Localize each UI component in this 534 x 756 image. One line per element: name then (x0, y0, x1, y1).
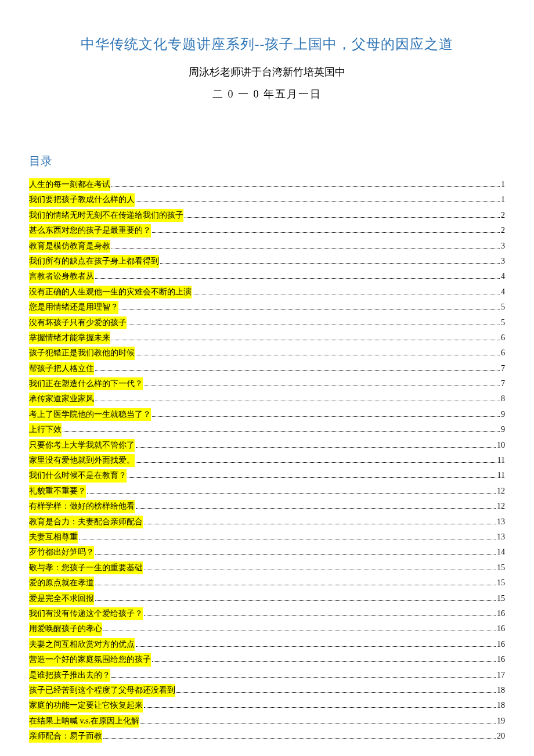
toc-entry[interactable]: 亲师配合：易子而教20 (29, 730, 505, 743)
toc-entry[interactable]: 我们什么时候不是在教育？11 (29, 469, 505, 482)
toc-entry-label: 您是用情绪还是用理智？ (29, 301, 118, 314)
toc-entry[interactable]: 您是用情绪还是用理智？5 (29, 301, 505, 314)
toc-leader (95, 585, 496, 585)
toc-entry[interactable]: 夫妻互相尊重13 (29, 531, 505, 543)
toc-entry-page: 17 (497, 669, 505, 682)
toc-entry-label: 教育是模仿教育是身教 (29, 240, 110, 253)
toc-entry-page: 15 (497, 561, 505, 574)
toc-entry-page: 16 (497, 653, 505, 666)
toc-entry[interactable]: 我们有没有传递这个爱给孩子？16 (29, 607, 505, 620)
toc-entry[interactable]: 言教者讼身教者从4 (29, 270, 505, 283)
toc-leader (144, 570, 496, 570)
toc-leader (103, 631, 496, 631)
toc-entry[interactable]: 我们的情绪无时无刻不在传递给我们的孩子2 (29, 209, 505, 222)
toc-leader (87, 493, 496, 494)
toc-entry-label: 家里没有爱他就到外面找爱。 (29, 454, 135, 467)
toc-leader (111, 340, 500, 340)
toc-entry[interactable]: 歹竹都出好笋吗？14 (29, 546, 505, 559)
document-subtitle: 周泳杉老师讲于台湾新竹培英国中 (29, 65, 505, 79)
toc-entry-label: 我们正在塑造什么样的下一代？ (29, 377, 143, 390)
toc-entry-label: 夫妻之间互相欣赏对方的优点 (29, 638, 135, 651)
toc-leader (144, 386, 500, 386)
toc-entry[interactable]: 在结果上呐喊 v.s.在原因上化解19 (29, 715, 505, 728)
toc-leader (79, 539, 496, 539)
toc-entry[interactable]: 家庭的功能一定要让它恢复起来18 (29, 699, 505, 712)
toc-entry-page: 4 (501, 286, 505, 298)
toc-entry-page: 10 (497, 439, 505, 452)
toc-entry-label: 掌握情绪才能掌握未来 (29, 332, 110, 344)
toc-entry[interactable]: 敬与孝：您孩子一生的重要基础15 (29, 561, 505, 574)
toc-entry[interactable]: 没有正确的人生观他一生的灾难会不断的上演4 (29, 286, 505, 298)
toc-leader (111, 186, 500, 187)
toc-entry-page: 1 (501, 193, 505, 206)
toc-heading: 目录 (29, 153, 505, 169)
toc-entry-page: 15 (497, 592, 505, 605)
toc-entry-label: 孩子犯错正是我们教他的时候 (29, 347, 135, 359)
toc-entry-label: 我们要把孩子教成什么样的人 (29, 193, 135, 206)
toc-entry[interactable]: 爱是完全不求回报15 (29, 592, 505, 605)
toc-entry-label: 没有正确的人生观他一生的灾难会不断的上演 (29, 286, 192, 298)
toc-entry-page: 8 (501, 393, 505, 405)
toc-entry[interactable]: 甚么东西对您的孩子是最重要的？2 (29, 224, 505, 237)
toc-entry-page: 11 (497, 469, 505, 482)
toc-leader (128, 477, 496, 478)
toc-entry[interactable]: 教育是模仿教育是身教3 (29, 240, 505, 253)
toc-leader (111, 248, 500, 249)
toc-entry-label: 帮孩子把人格立住 (29, 362, 94, 375)
toc-leader (193, 294, 500, 294)
toc-leader (136, 646, 496, 647)
toc-leader (95, 278, 500, 279)
toc-entry[interactable]: 只要你考上大学我就不管你了10 (29, 439, 505, 452)
toc-leader (111, 677, 496, 678)
toc-entry[interactable]: 营造一个好的家庭氛围给您的孩子16 (29, 653, 505, 666)
toc-entry[interactable]: 教育是合力：夫妻配合亲师配合13 (29, 516, 505, 528)
toc-entry-label: 有样学样：做好的榜样给他看 (29, 500, 135, 513)
toc-entry[interactable]: 夫妻之间互相欣赏对方的优点16 (29, 638, 505, 651)
toc-leader (128, 325, 500, 325)
document-date: 二 0 一 0 年五月一日 (29, 87, 505, 101)
toc-entry[interactable]: 用爱唤醒孩子的孝心16 (29, 622, 505, 635)
toc-entry[interactable]: 家里没有爱他就到外面找爱。11 (29, 454, 505, 467)
toc-leader (144, 615, 496, 616)
toc-entry[interactable]: 掌握情绪才能掌握未来6 (29, 332, 505, 344)
toc-entry-label: 家庭的功能一定要让它恢复起来 (29, 699, 143, 712)
toc-entry[interactable]: 爱的原点就在孝道15 (29, 577, 505, 589)
toc-entry[interactable]: 我们要把孩子教成什么样的人1 (29, 193, 505, 206)
toc-entry-page: 1 (501, 178, 505, 191)
toc-entry[interactable]: 孩子犯错正是我们教他的时候6 (29, 347, 505, 359)
toc-entry[interactable]: 是谁把孩子推出去的？17 (29, 669, 505, 682)
toc-leader (120, 309, 500, 309)
toc-entry[interactable]: 孩子已经苦到这个程度了父母都还没看到18 (29, 684, 505, 697)
toc-leader (152, 416, 500, 417)
toc-leader (63, 431, 500, 432)
toc-entry-page: 14 (497, 546, 505, 559)
toc-entry-page: 11 (497, 454, 505, 467)
toc-leader (176, 692, 496, 693)
toc-entry-label: 爱的原点就在孝道 (29, 577, 94, 589)
toc-entry-label: 爱是完全不求回报 (29, 592, 94, 605)
toc-entry[interactable]: 承传家道家业家风8 (29, 393, 505, 405)
toc-entry[interactable]: 礼貌重不重要？12 (29, 485, 505, 498)
toc-entry-page: 9 (501, 408, 505, 421)
toc-entry-page: 7 (501, 362, 505, 375)
toc-entry[interactable]: 考上了医学院他的一生就稳当了？9 (29, 408, 505, 421)
toc-leader (140, 723, 496, 723)
toc-entry-label: 亲师配合：易子而教 (29, 730, 102, 743)
toc-entry[interactable]: 没有坏孩子只有少爱的孩子5 (29, 316, 505, 329)
toc-entry-label: 考上了医学院他的一生就稳当了？ (29, 408, 151, 421)
toc-leader (95, 370, 500, 371)
toc-entry-label: 人生的每一刻都在考试 (29, 178, 110, 191)
toc-entry-page: 2 (501, 209, 505, 222)
toc-leader (144, 524, 496, 524)
toc-entry[interactable]: 我们所有的缺点在孩子身上都看得到3 (29, 255, 505, 268)
toc-entry[interactable]: 帮孩子把人格立住7 (29, 362, 505, 375)
toc-entry[interactable]: 上行下效9 (29, 423, 505, 436)
toc-leader (95, 554, 496, 555)
toc-entry-page: 18 (497, 684, 505, 697)
toc-entry[interactable]: 有样学样：做好的榜样给他看12 (29, 500, 505, 513)
toc-entry[interactable]: 我们正在塑造什么样的下一代？7 (29, 377, 505, 390)
toc-entry[interactable]: 人生的每一刻都在考试1 (29, 178, 505, 191)
toc-entry-page: 9 (501, 423, 505, 436)
toc-entry-label: 在结果上呐喊 v.s.在原因上化解 (29, 715, 139, 728)
toc-entry-label: 孩子已经苦到这个程度了父母都还没看到 (29, 684, 175, 697)
